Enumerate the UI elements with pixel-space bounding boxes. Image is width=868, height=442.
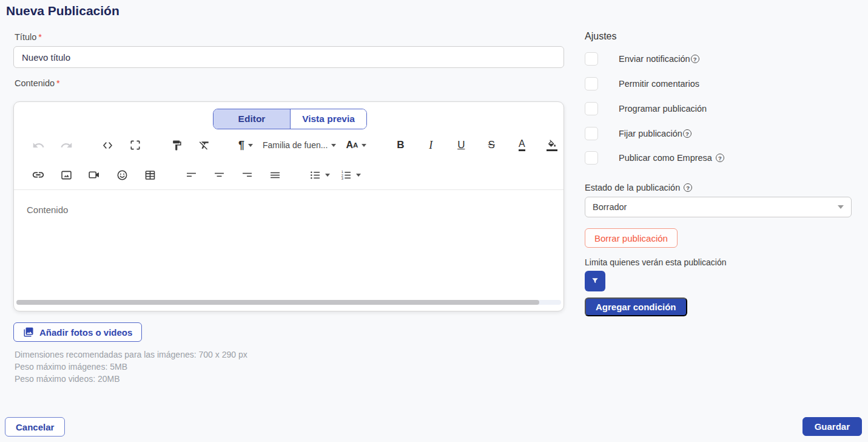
title-field-label: Título*	[15, 32, 42, 42]
toolbar-row-1: ¶ Familia de fuen... AA B I U S A	[14, 136, 564, 154]
bold-button[interactable]: B	[393, 137, 408, 154]
help-icon[interactable]: ?	[684, 183, 692, 192]
help-icon[interactable]: ?	[683, 129, 691, 138]
paragraph-format-dropdown[interactable]: ¶	[238, 137, 253, 154]
funnel-icon	[590, 276, 600, 286]
code-view-icon[interactable]	[100, 137, 115, 154]
toolbar-row-2: 123	[14, 166, 564, 184]
format-paint-icon[interactable]	[169, 137, 184, 154]
help-icon[interactable]: ?	[691, 55, 699, 63]
horizontal-scrollbar[interactable]	[16, 300, 561, 305]
tab-vista-previa[interactable]: Vista previa	[290, 109, 366, 129]
font-size-dropdown[interactable]: AA	[346, 137, 366, 154]
hint-image-size: Peso máximo imágenes: 5MB	[15, 361, 247, 373]
italic-button[interactable]: I	[423, 137, 438, 154]
text-color-button[interactable]: A	[514, 137, 529, 154]
underline-button[interactable]: U	[454, 137, 468, 154]
status-select-value: Borrador	[593, 202, 838, 212]
checkbox-permitir-comentarios[interactable]	[585, 77, 598, 90]
align-justify-icon[interactable]	[267, 166, 282, 183]
editor-tab-group: Editor Vista previa	[213, 109, 367, 129]
media-hints: Dimensiones recomendadas para las imágen…	[15, 348, 247, 385]
limit-audience-text: Limita quienes verán esta publicación	[585, 257, 726, 267]
editor-content-area[interactable]: Contenido	[14, 189, 564, 294]
fullscreen-icon[interactable]	[128, 137, 143, 154]
bullet-list-dropdown[interactable]	[309, 166, 330, 183]
status-select[interactable]: Borrador	[585, 197, 852, 217]
required-asterisk: *	[56, 78, 60, 88]
setting-row-programar-publicacion: Programar publicación	[585, 102, 707, 115]
undo-icon[interactable]	[31, 137, 45, 154]
hint-dimensions: Dimensiones recomendadas para las imágen…	[15, 348, 247, 361]
chevron-down-icon	[248, 144, 253, 147]
align-right-icon[interactable]	[240, 166, 254, 183]
emoji-icon[interactable]	[115, 166, 129, 183]
chevron-down-icon	[362, 144, 366, 147]
title-input[interactable]	[13, 46, 564, 68]
font-family-dropdown[interactable]: Familia de fuen...	[263, 137, 336, 154]
settings-heading: Ajustes	[585, 31, 616, 42]
link-icon[interactable]	[31, 166, 45, 183]
content-field-label: Contenido*	[15, 78, 60, 88]
delete-publication-button[interactable]: Borrar publicación	[585, 228, 678, 248]
page-title: Nueva Publicación	[6, 4, 119, 18]
required-asterisk: *	[38, 32, 42, 42]
scrollbar-thumb[interactable]	[16, 300, 539, 305]
chevron-down-icon	[356, 174, 361, 177]
chevron-down-icon	[331, 144, 336, 147]
filter-button[interactable]	[585, 271, 605, 291]
redo-icon[interactable]	[59, 137, 73, 154]
help-icon[interactable]: ?	[716, 154, 724, 162]
checkbox-programar-publicacion[interactable]	[585, 102, 598, 115]
chevron-down-icon	[838, 205, 844, 209]
clear-format-icon[interactable]	[197, 137, 212, 154]
setting-row-permitir-comentarios: Permitir comentarios	[585, 77, 699, 90]
video-icon[interactable]	[87, 166, 101, 183]
background-color-button[interactable]	[545, 137, 559, 154]
save-button[interactable]: Guardar	[802, 417, 862, 436]
status-label: Estado de la publicación?	[585, 183, 692, 192]
rich-text-editor: Editor Vista previa ¶ Familia de fuen...	[13, 101, 564, 311]
tab-editor[interactable]: Editor	[214, 109, 290, 129]
setting-row-publicar-como-empresa: Publicar como Empresa?	[585, 151, 724, 165]
align-center-icon[interactable]	[212, 166, 226, 183]
cancel-button[interactable]: Cancelar	[5, 417, 65, 437]
strikethrough-button[interactable]: S	[484, 137, 499, 154]
checkbox-fijar-publicacion[interactable]	[585, 127, 598, 140]
image-icon[interactable]	[59, 166, 73, 183]
add-condition-button[interactable]: Agregar condición	[585, 298, 687, 316]
checkbox-publicar-como-empresa[interactable]	[585, 151, 598, 165]
chevron-down-icon	[325, 174, 330, 177]
content-placeholder: Contenido	[27, 205, 68, 215]
hint-video-size: Peso máximo videos: 20MB	[15, 373, 247, 385]
numbered-list-dropdown[interactable]: 123	[340, 166, 361, 183]
photo-library-icon	[23, 327, 34, 338]
setting-row-fijar-publicacion: Fijar publicación?	[585, 127, 691, 140]
align-left-icon[interactable]	[184, 166, 198, 183]
checkbox-enviar-notificacion[interactable]	[585, 52, 598, 66]
table-icon[interactable]	[143, 166, 157, 183]
add-photos-button[interactable]: Añadir fotos o videos	[13, 322, 142, 342]
svg-text:3: 3	[341, 176, 343, 180]
setting-row-enviar-notificacion: Enviar notificación?	[585, 52, 699, 66]
